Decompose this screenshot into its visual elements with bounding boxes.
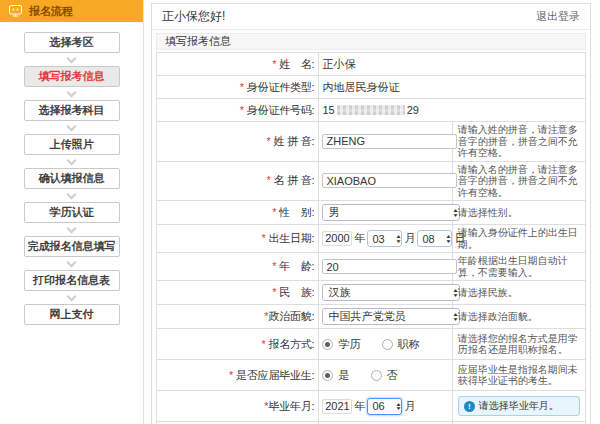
section-title: 填写报考信息 — [156, 33, 586, 50]
select-arrows-icon: ▲▼ — [396, 402, 401, 411]
step-complete-registration[interactable]: 完成报名信息填写 — [24, 236, 120, 257]
table-row: * 是否应届毕业生: 是 否 应届毕业生是指报名期间未获得毕业证书的考生。 — [157, 360, 586, 391]
gender-select[interactable]: 男▲▼ — [322, 204, 460, 221]
given-pinyin-hint: 请输入名的拼音，请注意多音字的拼音，拼音之间不允许有空格。 — [452, 161, 585, 201]
radio-unselected-icon[interactable] — [371, 370, 382, 381]
radio-option-yes[interactable]: 是 — [322, 368, 349, 383]
id-type-value: 内地居民身份证 — [319, 76, 586, 99]
gender-hint: 请选择性别。 — [452, 201, 585, 225]
fresh-graduate-label: * 是否应届毕业生: — [157, 360, 319, 391]
step-select-exam-subjects[interactable]: 选择报考科目 — [24, 100, 120, 121]
select-arrows-icon: ▲▼ — [453, 288, 458, 297]
id-type-label: * 身份证件类型: — [157, 76, 319, 99]
name-label: * 姓 名: — [157, 53, 319, 76]
ethnicity-select[interactable]: 汉族▲▼ — [322, 284, 460, 301]
table-row: * 身份证件号码: 1529 — [157, 99, 586, 122]
table-row: * 报名方式: 学历 职称 请选择您的报名方式是用学历报名还是用职称报名。 — [157, 329, 586, 360]
table-row: * 年 龄: 年龄根据出生日期自动计算，不需要输入。 — [157, 253, 586, 281]
chevron-down-icon — [67, 87, 77, 97]
radio-option-no[interactable]: 否 — [371, 368, 398, 383]
birth-year-box[interactable]: 2000 — [322, 231, 352, 246]
chevron-down-icon — [67, 189, 77, 199]
select-arrows-icon: ▲▼ — [453, 312, 458, 321]
chevron-down-icon — [67, 257, 77, 267]
table-row: * 姓 拼 音: 请输入姓的拼音，请注意多音字的拼音，拼音之间不允许有空格。 — [157, 122, 586, 162]
step-education-verification[interactable]: 学历认证 — [24, 202, 120, 223]
id-number-label: * 身份证件号码: — [157, 99, 319, 122]
steps-list: 选择考区 填写报考信息 选择报考科目 上传照片 确认填报信息 学历认证 完成报名… — [0, 32, 143, 325]
political-status-hint: 请选择政治面貌。 — [452, 305, 585, 329]
birth-date-hint: 请输入身份证件上的出生日期。 — [452, 225, 585, 253]
sidebar-header: 报名流程 — [0, 0, 143, 22]
step-online-payment[interactable]: 网上支付 — [24, 304, 120, 325]
logout-link[interactable]: 退出登录 — [536, 9, 580, 24]
table-row: * 出生日期: 2000 年 03▲▼ 月 08▲▼ 日 请输入身份证件上的出生… — [157, 225, 586, 253]
info-icon: ! — [464, 401, 475, 412]
birth-month-select[interactable]: 03▲▼ — [367, 230, 402, 247]
registration-steps-sidebar: 报名流程 选择考区 填写报考信息 选择报考科目 上传照片 确认填报信息 学历认证… — [0, 0, 144, 424]
given-pinyin-label: * 名 拼 音: — [157, 161, 319, 201]
political-status-label: *政治面貌: — [157, 305, 319, 329]
step-separator — [68, 53, 75, 66]
birth-date-controls: 2000 年 03▲▼ 月 08▲▼ 日 — [322, 230, 466, 247]
age-hint: 年龄根据出生日期自动计算，不需要输入。 — [452, 253, 585, 281]
main-panel: 正小保您好! 退出登录 填写报考信息 * 姓 名: 正小保 * 身份证件类型: … — [151, 3, 591, 424]
step-separator — [68, 291, 75, 304]
monitor-icon — [9, 5, 22, 17]
table-row: * 性 别: 男▲▼ 请选择性别。 — [157, 201, 586, 225]
radio-option-title[interactable]: 职称 — [382, 337, 420, 352]
step-select-exam-area[interactable]: 选择考区 — [24, 32, 120, 53]
radio-unselected-icon[interactable] — [382, 339, 393, 350]
radio-option-education[interactable]: 学历 — [322, 337, 360, 352]
select-arrows-icon: ▲▼ — [396, 234, 401, 243]
political-status-select[interactable]: 中国共产党党员▲▼ — [322, 308, 460, 325]
reg-method-radios: 学历 职称 — [319, 329, 452, 360]
step-upload-photo[interactable]: 上传照片 — [24, 134, 120, 155]
table-row: * 民 族: 汉族▲▼ 请选择民族。 — [157, 281, 586, 305]
table-row: * 身份证件类型: 内地居民身份证 — [157, 76, 586, 99]
surname-pinyin-label: * 姓 拼 音: — [157, 122, 319, 162]
graduation-date-controls: 2021 年 06▲▼ 月 — [322, 398, 416, 415]
radio-selected-icon[interactable] — [322, 370, 333, 381]
chevron-down-icon — [67, 223, 77, 233]
gender-label: * 性 别: — [157, 201, 319, 225]
graduation-date-warning: ! 请选择毕业年月。 — [458, 396, 580, 416]
ethnicity-hint: 请选择民族。 — [452, 281, 585, 305]
surname-pinyin-hint: 请输入姓的拼音，请注意多音字的拼音，拼音之间不允许有空格。 — [452, 122, 585, 162]
table-row: * 姓 名: 正小保 — [157, 53, 586, 76]
ethnicity-label: * 民 族: — [157, 281, 319, 305]
step-separator — [68, 121, 75, 134]
chevron-down-icon — [67, 53, 77, 63]
name-value: 正小保 — [319, 53, 586, 76]
user-bar: 正小保您好! 退出登录 — [152, 4, 590, 30]
step-separator — [68, 87, 75, 100]
graduation-month-select[interactable]: 06▲▼ — [367, 398, 402, 415]
table-row: * 名 拼 音: 请输入名的拼音，请注意多音字的拼音，拼音之间不允许有空格。 — [157, 161, 586, 201]
step-separator — [68, 257, 75, 270]
surname-pinyin-input[interactable] — [322, 134, 457, 149]
step-fill-registration-info[interactable]: 填写报考信息 — [24, 66, 120, 87]
chevron-down-icon — [67, 121, 77, 131]
chevron-down-icon — [67, 291, 77, 301]
id-number-value: 1529 — [319, 99, 586, 122]
step-separator — [68, 189, 75, 202]
table-row: *政治面貌: 中国共产党党员▲▼ 请选择政治面貌。 — [157, 305, 586, 329]
step-confirm-info[interactable]: 确认填报信息 — [24, 168, 120, 189]
registration-form-table: * 姓 名: 正小保 * 身份证件类型: 内地居民身份证 * 身份证件号码: 1… — [156, 52, 586, 424]
masked-id-digits — [337, 105, 405, 115]
step-separator — [68, 155, 75, 168]
fresh-graduate-hint: 应届毕业生是指报名期间未获得毕业证书的考生。 — [452, 360, 585, 391]
reg-method-hint: 请选择您的报名方式是用学历报名还是用职称报名。 — [452, 329, 585, 360]
step-print-registration-form[interactable]: 打印报名信息表 — [24, 270, 120, 291]
birth-date-label: * 出生日期: — [157, 225, 319, 253]
given-pinyin-input[interactable] — [322, 173, 457, 188]
fresh-graduate-radios: 是 否 — [319, 360, 452, 391]
radio-selected-icon[interactable] — [322, 339, 333, 350]
chevron-down-icon — [67, 155, 77, 165]
age-input[interactable] — [322, 259, 457, 274]
birth-day-select[interactable]: 08▲▼ — [417, 230, 452, 247]
graduation-date-label: *毕业年月: — [157, 391, 319, 422]
graduation-year-box[interactable]: 2021 — [322, 399, 352, 414]
user-greeting: 正小保您好! — [162, 8, 225, 25]
age-label: * 年 龄: — [157, 253, 319, 281]
